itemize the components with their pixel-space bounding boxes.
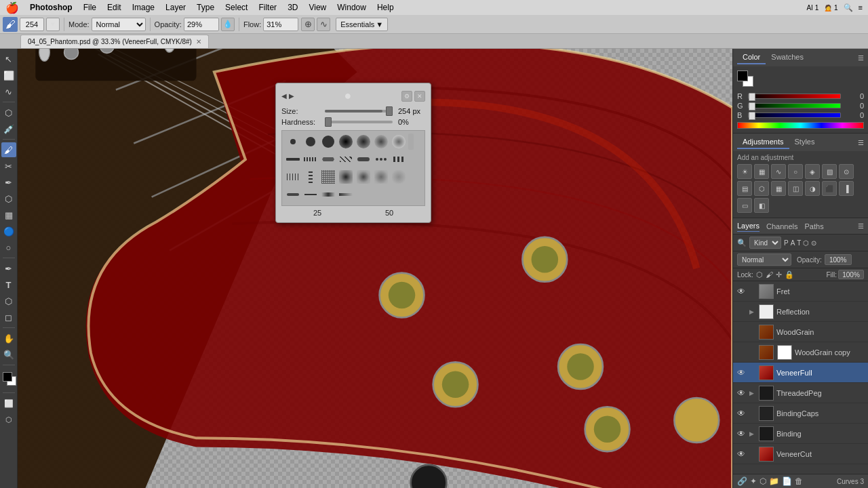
- document-tab[interactable]: 04_05_Phantom.psd @ 33.3% (VeneerFull, C…: [20, 35, 209, 48]
- brush-swatch-21[interactable]: [373, 169, 389, 185]
- lasso-tool[interactable]: ∿: [1, 84, 16, 99]
- size-slider-track[interactable]: [325, 110, 393, 113]
- layer-item-veneerfull[interactable]: 👁VeneerFull: [733, 363, 868, 383]
- color-spectrum-bar[interactable]: [737, 122, 864, 129]
- quick-mask-icon[interactable]: ⬜: [1, 396, 16, 411]
- hardness-slider-track[interactable]: [325, 121, 393, 123]
- brush-tool[interactable]: 🖌: [1, 142, 16, 157]
- layer-item-bindingcaps[interactable]: 👁BindingCaps: [733, 403, 868, 424]
- layer-visibility-5[interactable]: 👁: [736, 388, 747, 399]
- brush-swatch-14[interactable]: [391, 151, 407, 167]
- adj-layer-icon[interactable]: A: [791, 239, 795, 247]
- adj-channelmix[interactable]: ▦: [771, 181, 786, 196]
- brush-swatch-23[interactable]: [408, 169, 425, 185]
- text-tool[interactable]: T: [1, 277, 16, 292]
- layer-visibility-6[interactable]: 👁: [736, 408, 747, 419]
- history-brush-tool[interactable]: ✒: [1, 175, 16, 190]
- shape-tool[interactable]: ◻: [1, 310, 16, 325]
- adj-colorlookup[interactable]: ◫: [788, 181, 803, 196]
- kind-filter-select[interactable]: Kind: [749, 237, 781, 249]
- brush-swatch-13[interactable]: [373, 151, 389, 167]
- brush-swatch-3[interactable]: [320, 134, 336, 150]
- brush-popup-close[interactable]: ✕: [414, 91, 425, 102]
- brush-swatch-4[interactable]: [338, 134, 354, 150]
- brush-swatch-26[interactable]: [320, 186, 336, 203]
- layer-visibility-7[interactable]: 👁: [736, 428, 747, 439]
- new-layer-icon[interactable]: 📄: [782, 476, 792, 486]
- smart-layer-icon[interactable]: ⊙: [811, 239, 816, 247]
- hardness-slider-thumb[interactable]: [325, 117, 332, 127]
- brush-swatch-16[interactable]: [285, 169, 301, 185]
- color-panel-header[interactable]: Color Swatches ☰: [733, 49, 868, 66]
- adj-invert[interactable]: ◑: [805, 181, 820, 196]
- menu-photoshop[interactable]: Photoshop: [24, 1, 78, 14]
- blur-tool[interactable]: 🔵: [1, 224, 16, 239]
- layer-expand-5[interactable]: ▶: [749, 390, 756, 396]
- layer-item-reflection[interactable]: ▶Reflection: [733, 302, 868, 322]
- layer-item-binding[interactable]: 👁▶Binding: [733, 424, 868, 444]
- airbrush-toggle[interactable]: ⊕: [301, 18, 315, 31]
- brush-swatch-17[interactable]: [302, 169, 319, 185]
- foreground-color-swatch[interactable]: [3, 372, 12, 382]
- adjustments-tab[interactable]: Adjustments: [737, 136, 789, 149]
- delete-layer-icon[interactable]: 🗑: [795, 476, 803, 486]
- color-panel-menu[interactable]: ☰: [858, 54, 864, 62]
- adj-panel-menu[interactable]: ☰: [858, 139, 864, 146]
- adj-threshold[interactable]: ▐: [839, 181, 854, 196]
- brush-swatch-2[interactable]: [302, 134, 319, 150]
- brush-swatch-31[interactable]: [408, 186, 425, 203]
- menu-type[interactable]: Type: [191, 1, 220, 14]
- size-slider-thumb[interactable]: [386, 106, 393, 116]
- brush-swatch-7[interactable]: [391, 134, 407, 150]
- adj-posterize[interactable]: ⬛: [822, 181, 837, 196]
- clone-tool[interactable]: ✂: [1, 159, 16, 174]
- adj-vibrance[interactable]: ◈: [805, 164, 820, 179]
- gradient-tool[interactable]: ▦: [1, 207, 16, 222]
- opacity-input[interactable]: 100%: [825, 254, 852, 265]
- add-effect-icon[interactable]: ✦: [750, 476, 757, 486]
- lock-image-icon[interactable]: 🖌: [766, 270, 773, 279]
- paths-tab[interactable]: Paths: [805, 221, 824, 232]
- brush-swatch-24[interactable]: [285, 186, 301, 203]
- lock-position-icon[interactable]: ✛: [776, 270, 782, 279]
- layer-item-threadedpeg[interactable]: 👁▶ThreadedPeg: [733, 383, 868, 403]
- marquee-tool[interactable]: ⬜: [1, 68, 16, 83]
- adjustments-panel-header[interactable]: Adjustments Styles ☰: [733, 134, 868, 151]
- layers-tab[interactable]: Layers: [737, 220, 760, 232]
- brush-swatch-19[interactable]: [338, 169, 354, 185]
- add-link-icon[interactable]: 🔗: [737, 476, 747, 486]
- lock-transparent-icon[interactable]: ⬡: [756, 270, 763, 279]
- styles-tab[interactable]: Styles: [789, 136, 821, 149]
- fill-input[interactable]: 100%: [838, 270, 864, 279]
- opacity-airbrush-icon[interactable]: 💧: [221, 18, 235, 31]
- essentials-button[interactable]: Essentials▼: [336, 18, 388, 31]
- pen-tool[interactable]: ✒: [1, 261, 16, 276]
- layer-expand-7[interactable]: ▶: [749, 430, 756, 437]
- shape-layer-icon[interactable]: ⬡: [803, 239, 809, 247]
- new-group-icon[interactable]: 📁: [769, 476, 779, 486]
- g-slider-thumb[interactable]: [749, 102, 755, 110]
- brush-swatch-10[interactable]: [320, 151, 336, 167]
- menu-select[interactable]: Select: [220, 1, 253, 14]
- adj-exposure[interactable]: ○: [788, 164, 803, 179]
- adj-brightness[interactable]: ☀: [737, 164, 752, 179]
- brush-swatch-27[interactable]: [338, 186, 354, 203]
- brush-swatch-5[interactable]: [355, 134, 372, 150]
- zoom-tool[interactable]: 🔍: [1, 347, 16, 362]
- brush-swatch-28[interactable]: [355, 186, 372, 203]
- brush-popup-gear[interactable]: ⚙: [401, 91, 412, 102]
- b-slider[interactable]: [748, 113, 841, 118]
- adj-curves[interactable]: ∿: [771, 164, 786, 179]
- adj-gradmap[interactable]: ▭: [737, 198, 752, 213]
- canvas-area[interactable]: lynda.com ◀ ▶ ● ⚙ ✕ Size: 254 px: [18, 49, 732, 488]
- adj-selectcolor[interactable]: ◧: [754, 198, 769, 213]
- flow-input[interactable]: 31%: [263, 18, 298, 31]
- brush-picker-icon[interactable]: ▼: [46, 18, 60, 31]
- brush-swatch-9[interactable]: [302, 151, 319, 167]
- brush-swatch-1[interactable]: [285, 134, 301, 150]
- channels-tab[interactable]: Channels: [766, 221, 797, 232]
- mode-select[interactable]: Normal: [92, 18, 146, 31]
- r-slider[interactable]: [748, 94, 841, 99]
- layer-item-veneercut[interactable]: 👁VeneerCut: [733, 444, 868, 464]
- adj-bw[interactable]: ▤: [737, 181, 752, 196]
